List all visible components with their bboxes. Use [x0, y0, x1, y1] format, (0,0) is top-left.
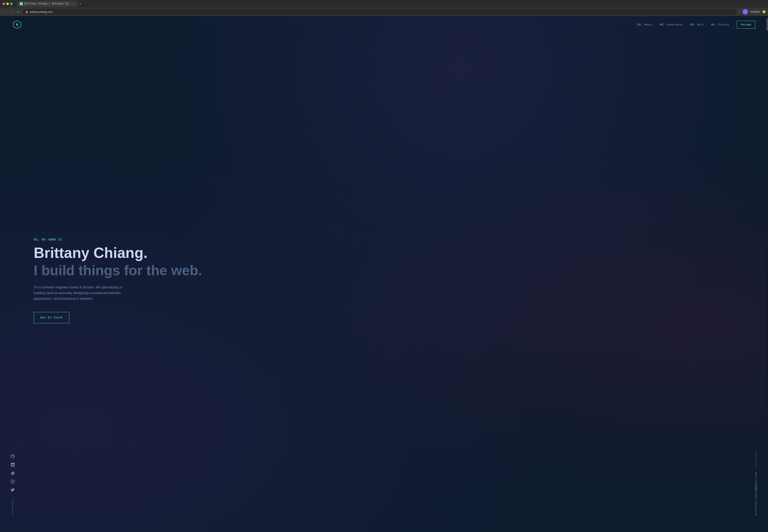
close-button[interactable]: [3, 3, 5, 5]
codepen-svg: [11, 471, 15, 475]
new-tab-button[interactable]: +: [77, 2, 83, 6]
nav-num-work: 03.: [691, 23, 697, 26]
instagram-icon[interactable]: [11, 479, 15, 484]
twitter-icon[interactable]: [11, 488, 15, 492]
nav-num-experience: 02.: [660, 23, 667, 26]
toolbar-right: ☆ I Incognito: [739, 9, 765, 15]
browser-toolbar: ← → ↻ 🔒 brittanychiang.com ☆ I Incognito: [0, 8, 768, 16]
url-text: brittanychiang.com: [30, 10, 53, 13]
svg-text:B: B: [16, 23, 18, 27]
nav-link-about[interactable]: 01. About: [638, 23, 652, 26]
nav-link-work[interactable]: 03. Work: [691, 23, 704, 26]
security-icon: 🔒: [25, 11, 28, 13]
forward-button[interactable]: →: [9, 9, 14, 14]
nav-num-contact: 04.: [711, 23, 718, 26]
linkedin-svg: [11, 463, 15, 467]
hex-logo: B: [13, 20, 21, 29]
codepen-icon[interactable]: [11, 471, 15, 475]
resume-button[interactable]: Resume: [737, 21, 755, 29]
profile-avatar: I: [743, 9, 748, 15]
nav-num-about: 01.: [638, 23, 644, 26]
social-sidebar: [11, 454, 15, 515]
bookmark-icon[interactable]: ☆: [739, 10, 741, 14]
logo[interactable]: B: [13, 20, 21, 29]
instagram-svg: [11, 480, 15, 483]
hero-tagline: I build things for the web.: [34, 263, 755, 278]
traffic-lights: [3, 3, 13, 5]
site-navigation: B 01. About 02. Experience 03. Work 04. …: [0, 16, 768, 33]
github-icon[interactable]: [11, 454, 15, 458]
active-tab[interactable]: B Brittany Chiang | Software En… ✕: [17, 1, 77, 7]
hero-name: Brittany Chiang.: [34, 245, 755, 261]
nav-links: 01. About 02. Experience 03. Work 04. Co…: [638, 21, 755, 29]
tab-title: Brittany Chiang | Software En…: [24, 2, 70, 5]
browser-titlebar: B Brittany Chiang | Software En… ✕ +: [0, 0, 768, 8]
menu-dot[interactable]: [763, 10, 765, 13]
website-content: B 01. About 02. Experience 03. Work 04. …: [0, 16, 768, 532]
hex-svg: B: [13, 20, 21, 29]
browser-window: B Brittany Chiang | Software En… ✕ + ← →…: [0, 0, 768, 532]
tab-bar: B Brittany Chiang | Software En… ✕ +: [17, 1, 765, 7]
github-svg: [11, 454, 15, 458]
social-line: [13, 498, 13, 515]
nav-label-experience: Experience: [667, 23, 683, 26]
nav-link-experience[interactable]: 02. Experience: [660, 23, 683, 26]
reload-button[interactable]: ↻: [16, 9, 21, 14]
nav-label-work: Work: [697, 23, 704, 26]
address-bar[interactable]: 🔒 brittanychiang.com: [23, 9, 736, 15]
hero-description: I'm a software engineer based in Boston,…: [34, 284, 135, 302]
incognito-label: Incognito: [750, 10, 760, 13]
get-in-touch-button[interactable]: Get In Touch: [34, 312, 69, 323]
nav-label-about: About: [644, 23, 652, 26]
hero-section: Hi, my name is Brittany Chiang. I build …: [0, 33, 768, 532]
twitter-svg: [11, 488, 15, 492]
maximize-button[interactable]: [10, 3, 13, 5]
nav-label-contact: Contact: [718, 23, 729, 26]
email-sidebar: brittany.chiang@gmail.com: [755, 451, 757, 515]
email-address[interactable]: brittany.chiang@gmail.com: [755, 472, 757, 515]
tab-favicon: B: [20, 2, 23, 5]
hero-greeting: Hi, my name is: [34, 238, 755, 241]
linkedin-icon[interactable]: [11, 463, 15, 467]
tab-close-button[interactable]: ✕: [72, 2, 74, 5]
email-line-top: [756, 451, 756, 468]
back-button[interactable]: ←: [3, 9, 7, 14]
nav-link-contact[interactable]: 04. Contact: [711, 23, 729, 26]
minimize-button[interactable]: [6, 3, 9, 5]
profile-button[interactable]: I: [743, 9, 748, 15]
